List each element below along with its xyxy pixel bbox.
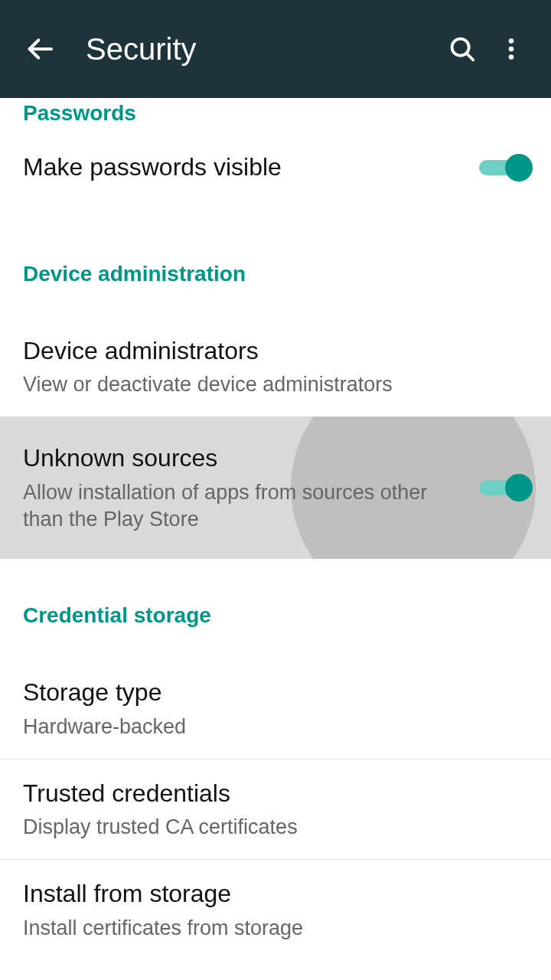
- item-unknown-sources[interactable]: Unknown sources Allow installation of ap…: [0, 416, 551, 559]
- page-title: Security: [86, 32, 438, 67]
- item-sub: Hardware-backed: [23, 714, 513, 740]
- item-title: Make passwords visible: [23, 152, 464, 184]
- more-vert-icon: [497, 35, 525, 63]
- item-title: Storage type: [23, 677, 513, 709]
- settings-list[interactable]: Passwords Make passwords visible Device …: [0, 98, 551, 980]
- item-title: Install from storage: [23, 878, 513, 910]
- svg-point-3: [509, 38, 514, 44]
- switch-make-passwords-visible[interactable]: [479, 152, 528, 183]
- item-trusted-credentials[interactable]: Trusted credentials Display trusted CA c…: [0, 760, 551, 860]
- item-text: Storage type Hardware-backed: [23, 677, 528, 740]
- section-header-device-admin: Device administration: [0, 240, 551, 294]
- item-sub: View or deactivate device administrators: [23, 371, 513, 398]
- item-text: Unknown sources Allow installation of ap…: [23, 443, 479, 533]
- section-header-passwords: Passwords: [0, 98, 551, 133]
- svg-point-5: [509, 54, 514, 60]
- item-text: Make passwords visible: [23, 152, 479, 184]
- switch-thumb: [505, 474, 533, 501]
- item-sub: Install certificates from storage: [23, 915, 513, 942]
- item-text: Trusted credentials Display trusted CA c…: [23, 778, 528, 841]
- overflow-menu-button[interactable]: [487, 24, 536, 74]
- switch-thumb: [505, 154, 533, 181]
- item-install-from-storage[interactable]: Install from storage Install certificate…: [0, 860, 551, 960]
- item-device-administrators[interactable]: Device administrators View or deactivate…: [0, 317, 551, 417]
- item-text: Install from storage Install certificate…: [23, 878, 528, 942]
- search-icon: [448, 34, 477, 64]
- section-header-credential-storage: Credential storage: [0, 582, 551, 635]
- svg-point-4: [509, 47, 514, 52]
- appbar: Security: [0, 0, 551, 98]
- switch-unknown-sources[interactable]: [479, 472, 528, 503]
- item-sub: Display trusted CA certificates: [23, 814, 513, 841]
- item-title: Device administrators: [23, 335, 513, 368]
- item-sub: Allow installation of apps from sources …: [23, 479, 464, 533]
- svg-line-2: [467, 54, 474, 60]
- item-text: Device administrators View or deactivate…: [23, 335, 528, 399]
- back-button[interactable]: [15, 24, 64, 74]
- item-storage-type[interactable]: Storage type Hardware-backed: [0, 658, 551, 759]
- search-button[interactable]: [438, 24, 487, 74]
- item-title: Trusted credentials: [23, 778, 513, 810]
- arrow-back-icon: [24, 34, 55, 64]
- item-title: Unknown sources: [23, 443, 464, 475]
- item-make-passwords-visible[interactable]: Make passwords visible: [0, 133, 551, 202]
